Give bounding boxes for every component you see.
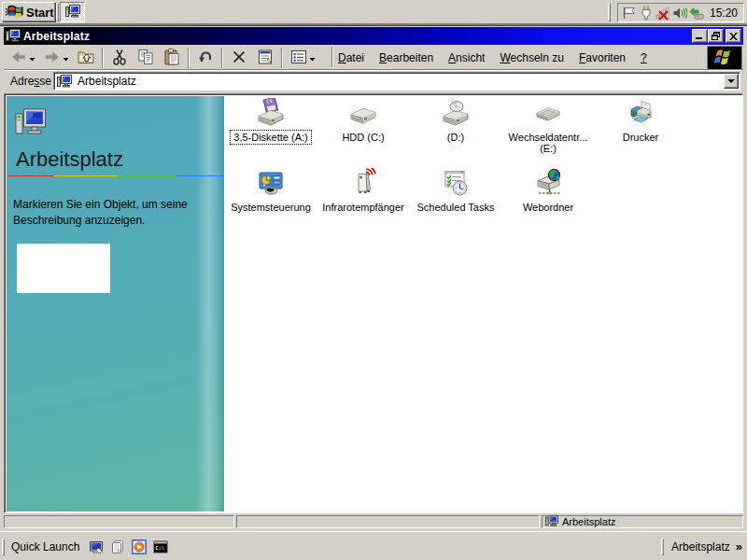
drive-item-hard-drive[interactable]: HDD (C:) bbox=[318, 98, 408, 145]
control-panel-icon bbox=[256, 168, 286, 198]
chevron-down-icon[interactable] bbox=[29, 52, 35, 63]
address-value: Arbeitsplatz bbox=[78, 75, 136, 88]
quick-launch-icons: C:\ bbox=[89, 539, 175, 554]
sidebar-description: Markieren Sie ein Objekt, um seine Besch… bbox=[13, 197, 200, 229]
toolbar-separator bbox=[221, 48, 223, 68]
menu-bearbeiten[interactable]: Bearbeiten bbox=[372, 48, 441, 68]
address-band: Arbeitsplatz » bbox=[661, 536, 745, 557]
bottom-taskbar: Quick Launch C:\ Arbeitsplatz » bbox=[0, 531, 747, 560]
status-bar: Arbeitsplatz bbox=[4, 515, 743, 528]
chevron-more-icon[interactable]: » bbox=[736, 539, 742, 553]
drive-item-control-panel[interactable]: Systemsteuerung bbox=[226, 168, 316, 215]
eject-device-icon[interactable] bbox=[689, 6, 704, 21]
toolbar-separator bbox=[188, 48, 190, 68]
menu-help[interactable]: ? bbox=[633, 48, 655, 68]
item-label: 3,5-Diskette (A:) bbox=[230, 130, 311, 145]
tray-grip[interactable] bbox=[608, 3, 611, 21]
infrared-icon bbox=[348, 168, 378, 198]
clipboard-icon bbox=[162, 48, 181, 68]
address-band-grip[interactable] bbox=[661, 539, 664, 555]
address-dropdown-button[interactable] bbox=[724, 74, 739, 89]
close-button[interactable] bbox=[726, 29, 741, 43]
window-stack-icon[interactable] bbox=[110, 539, 125, 554]
minimize-icon bbox=[696, 32, 704, 40]
tray-icons bbox=[622, 6, 704, 21]
item-label: Wechseldatentr... (E:) bbox=[505, 130, 592, 156]
menu-ansicht[interactable]: Ansicht bbox=[441, 48, 492, 68]
toolbar bbox=[6, 46, 319, 70]
status-right-label: Arbeitsplatz bbox=[562, 516, 615, 527]
taskbar-window-button[interactable] bbox=[60, 2, 85, 22]
sidebar-computer-icon bbox=[15, 106, 47, 140]
svg-text:C:\: C:\ bbox=[156, 544, 166, 550]
cd-drive-icon bbox=[441, 98, 471, 128]
quick-launch-band: Quick Launch C:\ bbox=[2, 536, 175, 557]
desktop-screen: Start 1 bbox=[0, 0, 747, 560]
drive-item-infrared[interactable]: Infrarotempfänger bbox=[318, 168, 408, 215]
content-area: Arbeitsplatz Markieren Sie ein Objekt, u… bbox=[4, 93, 743, 513]
power-plug-icon[interactable] bbox=[639, 6, 654, 21]
drive-item-scheduled-tasks[interactable]: Scheduled Tasks bbox=[411, 168, 500, 215]
quick-launch-grip[interactable] bbox=[2, 539, 5, 555]
drive-item-web-folder[interactable]: Webordner bbox=[503, 168, 593, 215]
show-desktop-icon[interactable] bbox=[89, 539, 104, 554]
icon-grid: 3,5-Diskette (A:) HDD (C:) (D:) Wechseld… bbox=[224, 96, 741, 511]
window-icon[interactable] bbox=[6, 28, 21, 45]
title-bar[interactable]: Arbeitsplatz bbox=[4, 27, 743, 45]
volume-icon[interactable] bbox=[672, 6, 687, 21]
taskbar-grip[interactable] bbox=[56, 3, 59, 21]
menu-bar: DateiBearbeitenAnsichtWechseln zuFavorit… bbox=[331, 46, 655, 70]
cut-button[interactable] bbox=[106, 47, 133, 69]
rule-segment bbox=[176, 175, 223, 176]
removable-drive-icon bbox=[533, 98, 563, 128]
item-label: Systemsteuerung bbox=[227, 200, 315, 215]
drive-item-floppy-drive[interactable]: 3,5-Diskette (A:) bbox=[226, 98, 316, 145]
copy-docs-icon bbox=[136, 48, 155, 68]
flag-icon[interactable] bbox=[622, 6, 637, 21]
quick-launch-label: Quick Launch bbox=[11, 540, 79, 553]
network-offline-icon[interactable] bbox=[655, 6, 670, 21]
drive-item-printer[interactable]: Drucker bbox=[596, 98, 685, 145]
dos-prompt-icon[interactable]: C:\ bbox=[153, 539, 168, 554]
undo-button[interactable] bbox=[192, 47, 218, 69]
drive-item-cd-drive[interactable]: (D:) bbox=[411, 98, 500, 145]
restore-button[interactable] bbox=[708, 29, 724, 43]
title-buttons bbox=[692, 29, 741, 43]
item-label: (D:) bbox=[444, 130, 468, 145]
brand-logo bbox=[707, 46, 742, 70]
top-taskbar: Start 1 bbox=[0, 0, 747, 26]
chevron-down-icon[interactable] bbox=[309, 52, 316, 63]
menu-datei[interactable]: Datei bbox=[331, 48, 372, 68]
chevron-down-icon[interactable] bbox=[63, 52, 69, 63]
address-bar: Adresse Arbeitsplatz bbox=[4, 71, 743, 91]
undo-arrow-icon bbox=[196, 48, 215, 68]
minimize-button[interactable] bbox=[692, 29, 708, 43]
tray-clock[interactable]: 15:20 bbox=[710, 7, 738, 20]
status-pane-right: Arbeitsplatz bbox=[542, 515, 743, 528]
chevron-down-icon bbox=[727, 79, 735, 83]
views-button[interactable] bbox=[286, 47, 319, 69]
up-button[interactable] bbox=[73, 47, 99, 69]
rule-segment bbox=[118, 175, 176, 176]
copy-button[interactable] bbox=[133, 47, 159, 69]
forward-button[interactable] bbox=[39, 47, 73, 69]
properties-button[interactable] bbox=[252, 47, 278, 69]
item-label: Webordner bbox=[519, 200, 577, 215]
delete-button[interactable] bbox=[226, 47, 252, 69]
address-combo[interactable]: Arbeitsplatz bbox=[53, 72, 740, 91]
toolbar-separator bbox=[102, 48, 104, 68]
back-button[interactable] bbox=[6, 47, 39, 69]
menu-favoriten[interactable]: Favoriten bbox=[571, 48, 633, 68]
media-player-icon[interactable] bbox=[132, 539, 147, 554]
scissors-icon bbox=[110, 48, 129, 68]
sidebar-title: Arbeitsplatz bbox=[16, 147, 123, 172]
address-icon bbox=[57, 74, 72, 89]
paste-button[interactable] bbox=[159, 47, 185, 69]
toolbar-separator bbox=[281, 48, 283, 68]
folder-up-icon bbox=[77, 48, 95, 68]
start-button[interactable]: Start bbox=[2, 2, 56, 22]
menu-wechseln-zu[interactable]: Wechseln zu bbox=[492, 48, 571, 68]
drive-item-removable-drive[interactable]: Wechseldatentr... (E:) bbox=[503, 98, 593, 156]
rule-segment bbox=[54, 175, 118, 176]
close-icon bbox=[729, 33, 738, 40]
